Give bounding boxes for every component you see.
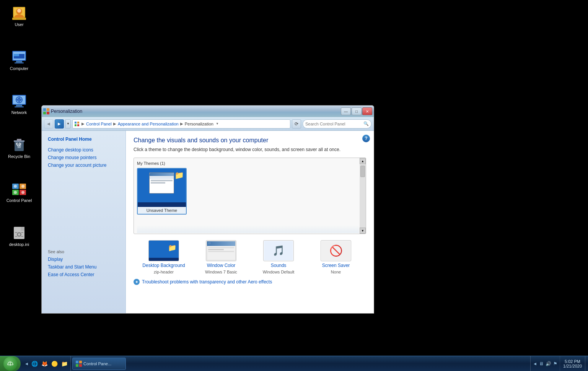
sounds-icon: 🎵 [263,240,294,261]
svg-point-29 [14,185,17,188]
themes-container: My Themes (1) [134,158,366,234]
window-color-sublabel: Windows 7 Basic [205,270,237,274]
maximize-button[interactable]: □ [352,107,362,115]
theme-name: Unsaved Theme [138,207,186,214]
scrollbar-thumb[interactable] [360,166,365,177]
sidebar-link-display[interactable]: Display [42,255,125,263]
themes-scroll-hint [137,225,359,233]
tray-icon-network[interactable]: 🖥 [538,361,544,367]
svg-rect-11 [14,54,19,56]
nav-dropdown-button[interactable]: ▼ [65,119,71,129]
quick-launch-firefox[interactable]: 🦊 [40,359,49,368]
breadcrumb-item-2[interactable]: Appearance and Personalization [117,122,180,126]
sidebar-link-ease-of-access[interactable]: Ease of Access Center [42,271,125,278]
clock-time: 5:02 PM [565,359,580,364]
page-subtitle: Click a theme to change the desktop back… [134,147,366,152]
breadcrumb-item-3: Personalization [184,122,215,126]
svg-rect-52 [76,361,78,363]
svg-rect-38 [21,232,23,233]
tool-sounds[interactable]: 🎵 Sounds Windows Default [254,240,303,274]
sidebar-link-taskbar[interactable]: Taskbar and Start Menu [42,263,125,271]
desktop-icon-network[interactable]: Network [4,92,34,116]
theme-preview-window [149,172,174,194]
svg-rect-42 [47,108,49,111]
scrollbar-down-button[interactable]: ▼ [360,228,366,234]
settings-file-icon [11,225,27,241]
breadcrumb-home-icon [74,121,80,127]
sidebar-link-home[interactable]: Control Panel Home [42,135,125,143]
theme-toolbar: 📁 Desktop Background zip-header □ [134,240,366,274]
tray-icon-action-center[interactable]: ⚑ [552,361,558,367]
refresh-button[interactable]: ⟳ [292,119,301,129]
user-icon-label: User [15,22,23,27]
taskbar-item-label: Control Pane... [83,361,111,366]
recycle-bin-label: Recycle Bin [8,154,30,159]
desktop-icon-recycle[interactable]: Recycle Bin [4,136,34,160]
start-button[interactable] [0,356,21,371]
troubleshoot-link[interactable]: ✦ Troubleshoot problems with transparenc… [134,279,366,285]
desktop-icon-control-panel[interactable]: Control Panel [4,180,34,204]
title-bar: Personalization — □ ✕ [42,106,374,117]
tool-desktop-background[interactable]: 📁 Desktop Background zip-header [139,240,189,274]
sounds-sublabel: Windows Default [263,270,295,274]
start-orb [3,357,17,371]
window-title: Personalization [51,109,82,114]
system-tray: ◀ 🖥 🔊 ⚑ [530,356,560,371]
close-button[interactable]: ✕ [362,107,372,115]
tray-show-hidden[interactable]: ◀ [532,360,538,368]
svg-rect-44 [47,112,49,114]
breadcrumb-item-1[interactable]: Control Panel [85,122,113,126]
sidebar-link-desktop-icons[interactable]: Change desktop icons [42,146,125,154]
breadcrumb-dropdown-button[interactable]: ▼ [215,120,220,128]
quick-launch-explorer[interactable]: 📁 [60,359,69,368]
window-color-icon: □ [206,240,236,261]
desktop-icon-user[interactable]: User [4,4,34,28]
themes-section-label: My Themes (1) [137,161,363,166]
sidebar: Control Panel Home Change desktop icons … [42,131,126,313]
taskbar-item-control-panel[interactable]: Control Pane... [72,358,126,370]
svg-rect-41 [43,108,46,111]
control-panel-icon-label: Control Panel [7,198,32,203]
show-desktop-button[interactable] [585,356,588,371]
page-title: Change the visuals and sounds on your co… [134,137,366,144]
quick-launch-chrome[interactable]: 🟡 [50,359,59,368]
quick-launch-more[interactable]: ◀ [24,360,29,368]
window-body: Control Panel Home Change desktop icons … [42,131,374,313]
sidebar-link-mouse-pointers[interactable]: Change mouse pointers [42,154,125,161]
minimize-button[interactable]: — [341,107,351,115]
theme-preview-titlebar [150,173,174,176]
svg-point-4 [17,9,21,13]
network-icon-label: Network [11,110,27,115]
desktop-icon-computer[interactable]: Computer [4,48,34,72]
tool-window-color[interactable]: □ Window Color Windows 7 Basic [196,240,246,274]
svg-rect-5 [12,18,26,20]
window-icon [43,108,49,114]
quick-launch-ie[interactable]: 🌐 [30,359,39,368]
breadcrumb-sep-3: ▶ [180,122,183,126]
scrollbar-up-button[interactable]: ▲ [360,158,366,164]
sidebar-link-account-picture[interactable]: Change your account picture [42,161,125,169]
desktop-bg-taskbar [149,258,179,261]
tool-screen-saver[interactable]: 🚫 Screen Saver None [311,240,361,274]
svg-rect-48 [77,124,79,126]
theme-item-unsaved[interactable]: 📁 Unsaved Theme [137,168,187,215]
back-button[interactable]: ◀ [44,119,53,129]
search-input[interactable] [305,122,362,126]
control-panel-icon [11,181,27,197]
taskbar-item-icon [76,361,82,367]
desktop-icon-desktop-ini[interactable]: desktop.ini [4,224,34,248]
network-icon [11,93,27,109]
svg-rect-53 [79,361,82,363]
clock-date: 1/21/2020 [563,364,582,368]
svg-point-31 [14,191,17,194]
window-color-body [207,246,235,253]
tray-icon-volume[interactable]: 🔊 [545,361,551,367]
theme-preview-bg: 📁 [138,169,186,207]
taskbar-clock[interactable]: 5:02 PM 1/21/2020 [560,356,585,371]
search-button[interactable]: 🔍 [363,121,369,127]
help-button[interactable]: ? [362,135,370,142]
breadcrumb-bar: ▶ Control Panel ▶ Appearance and Persona… [72,119,290,129]
forward-button[interactable]: ▶ [55,119,64,129]
computer-icon [11,49,27,65]
svg-rect-37 [15,232,17,233]
